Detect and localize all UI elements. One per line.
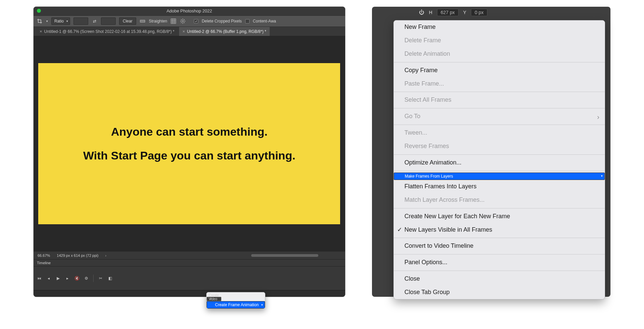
- document-tabs: × Untitled-1 @ 66.7% (Screen Shot 2022-0…: [34, 27, 345, 36]
- svg-line-15: [184, 22, 185, 23]
- menu-separator: [394, 62, 605, 62]
- canvas-dimensions: 1429 px x 614 px (72 ppi): [57, 253, 98, 257]
- menu-separator: [394, 108, 605, 108]
- canvas-stage[interactable]: Anyone can start something. With Start P…: [34, 36, 345, 251]
- width-field[interactable]: [73, 17, 88, 25]
- svg-line-14: [181, 19, 182, 20]
- menu-item-delete-animation: Delete Animation: [394, 47, 605, 61]
- document-tab-label: Untitled-2 @ 66.7% (Buffer 1.png, RGB/8*…: [187, 29, 266, 34]
- horizontal-scrollbar[interactable]: [251, 254, 318, 257]
- svg-rect-4: [171, 19, 176, 23]
- menu-separator: [394, 125, 605, 125]
- context-menu-panel: ⏻ H 627 px Y 0 px New FrameDelete FrameD…: [372, 7, 610, 297]
- menu-item-select-all-frames: Select All Frames: [394, 93, 605, 107]
- menu-item-flatten-frames-into-layers[interactable]: Flatten Frames Into Layers: [394, 180, 605, 193]
- canvas-text-line2: With Start Page you can start anything.: [83, 149, 296, 162]
- clear-button[interactable]: Clear: [119, 17, 136, 25]
- timeline-panel-header[interactable]: Timeline: [34, 259, 345, 267]
- transition-icon[interactable]: ◧: [108, 276, 112, 281]
- menu-item-convert-to-video-timeline[interactable]: Convert to Video Timeline: [394, 239, 605, 253]
- menu-item-optimize-animation[interactable]: Optimize Animation...: [394, 156, 605, 170]
- menu-separator: [394, 271, 605, 271]
- menu-item-match-layer-across-frames: Match Layer Across Frames...: [394, 193, 605, 207]
- document-canvas[interactable]: Anyone can start something. With Start P…: [38, 63, 340, 224]
- dimension-fields: ⏻ H 627 px Y 0 px: [419, 9, 487, 16]
- svg-point-9: [182, 20, 184, 22]
- menu-separator: [394, 154, 605, 155]
- y-field[interactable]: 0 px: [471, 9, 487, 16]
- traffic-lights: [37, 9, 41, 13]
- power-icon[interactable]: ⏻: [419, 9, 424, 15]
- svg-line-17: [184, 19, 185, 20]
- ratio-select[interactable]: Ratio: [51, 17, 70, 25]
- canvas-text-line1: Anyone can start something.: [111, 125, 268, 138]
- chevron-right-icon[interactable]: ›: [105, 253, 106, 257]
- document-tab-label: Untitled-1 @ 66.7% (Screen Shot 2022-02-…: [44, 29, 174, 34]
- options-bar: ▾ Ratio ⇄ Clear Straighten Delete Croppe…: [34, 15, 345, 27]
- photoshop-window: Adobe Photoshop 2022 ▾ Ratio ⇄ Clear Str…: [34, 7, 345, 297]
- next-frame-icon[interactable]: ▸: [65, 276, 70, 281]
- swap-icon[interactable]: ⇄: [92, 18, 98, 24]
- straighten-label[interactable]: Straighten: [149, 19, 167, 23]
- height-field[interactable]: [101, 17, 116, 25]
- delete-cropped-label: Delete Cropped Pixels: [202, 19, 241, 23]
- menu-item-close-tab-group[interactable]: Close Tab Group: [394, 286, 605, 299]
- gear-icon[interactable]: [180, 18, 186, 24]
- menu-item-tween: Tween...: [394, 126, 605, 140]
- timeline-context-menu: New FrameDelete FrameDelete AnimationCop…: [393, 20, 605, 299]
- straighten-icon[interactable]: [140, 18, 146, 24]
- document-tab-untitled-1[interactable]: × Untitled-1 @ 66.7% (Screen Shot 2022-0…: [36, 27, 178, 36]
- close-icon[interactable]: ×: [182, 29, 185, 34]
- content-aware-checkbox[interactable]: [245, 19, 250, 23]
- chevron-down-icon[interactable]: ▾: [46, 19, 48, 23]
- svg-line-16: [181, 22, 182, 23]
- menu-item-make-frames-from-layers[interactable]: Make Frames From Layers: [394, 173, 605, 180]
- timeline-panel-label: Timeline: [37, 261, 51, 265]
- gear-icon[interactable]: ⚙: [84, 276, 89, 281]
- delete-cropped-checkbox[interactable]: [194, 19, 198, 23]
- traffic-green-icon[interactable]: [37, 9, 41, 13]
- popup-item-create-video-timeline[interactable]: Create Video Timeline: [207, 297, 221, 301]
- timeline-panel: ⏮ ◂ ▶ ▸ 🔇 ⚙ ✂ ◧: [34, 267, 345, 290]
- menu-separator: [394, 238, 605, 238]
- menu-item-delete-frame: Delete Frame: [394, 34, 605, 47]
- menu-item-paste-frame: Paste Frame...: [394, 77, 605, 91]
- menu-item-new-frame[interactable]: New Frame: [394, 20, 605, 34]
- crop-tool-icon[interactable]: [36, 18, 43, 25]
- h-label: H: [429, 10, 432, 15]
- menu-item-new-layers-visible-in-all-frames[interactable]: New Layers Visible in All Frames: [394, 223, 605, 237]
- scissors-icon[interactable]: ✂: [98, 276, 103, 281]
- y-label: Y: [463, 10, 466, 15]
- content-aware-label: Content-Awa: [253, 19, 276, 23]
- menu-separator: [394, 92, 605, 92]
- zoom-level[interactable]: 66.67%: [38, 253, 50, 257]
- menu-separator: [394, 171, 605, 171]
- menu-item-copy-frame[interactable]: Copy Frame: [394, 64, 605, 77]
- go-to-first-icon[interactable]: ⏮: [37, 276, 42, 281]
- timeline-footer: [34, 290, 345, 297]
- menu-item-reverse-frames: Reverse Frames: [394, 140, 605, 153]
- create-timeline-popup: Create Video TimelineCreate Frame Animat…: [206, 292, 265, 309]
- menu-item-close[interactable]: Close: [394, 272, 605, 286]
- prev-frame-icon[interactable]: ◂: [46, 276, 51, 281]
- h-field[interactable]: 627 px: [437, 9, 459, 16]
- menu-item-panel-options[interactable]: Panel Options...: [394, 256, 605, 269]
- mute-icon[interactable]: 🔇: [74, 276, 79, 281]
- menu-separator: [394, 208, 605, 208]
- popup-item-create-frame-animation[interactable]: Create Frame Animation: [207, 301, 265, 309]
- grid-overlay-icon[interactable]: [170, 18, 176, 24]
- menu-item-create-new-layer-for-each-new-frame[interactable]: Create New Layer for Each New Frame: [394, 210, 605, 223]
- menu-item-go-to: Go To: [394, 110, 605, 123]
- close-icon[interactable]: ×: [40, 29, 42, 34]
- window-title: Adobe Photoshop 2022: [166, 8, 212, 13]
- play-icon[interactable]: ▶: [56, 276, 60, 281]
- separator: [93, 275, 94, 282]
- document-tab-untitled-2[interactable]: × Untitled-2 @ 66.7% (Buffer 1.png, RGB/…: [179, 27, 270, 36]
- window-titlebar: Adobe Photoshop 2022: [34, 7, 345, 15]
- status-bar: 66.67% 1429 px x 614 px (72 ppi) ›: [34, 251, 345, 259]
- menu-separator: [394, 254, 605, 254]
